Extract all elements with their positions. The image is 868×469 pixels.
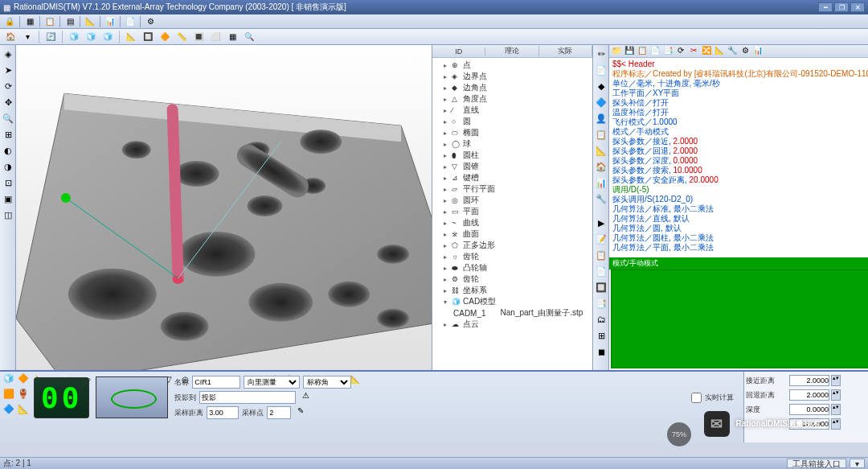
- stepper[interactable]: ▴▾: [831, 418, 841, 430]
- tool-icon[interactable]: 🔳: [191, 31, 206, 43]
- ltool-icon[interactable]: ◑: [1, 159, 15, 174]
- btool-icon[interactable]: 🔷: [2, 404, 16, 418]
- dropdown-icon[interactable]: ▾: [20, 31, 35, 43]
- close-button[interactable]: ✕: [850, 2, 865, 12]
- 3d-viewport[interactable]: [16, 45, 432, 370]
- script-tool-icon[interactable]: 📑: [662, 46, 674, 57]
- tree-node[interactable]: ▸⬭椭圆: [434, 127, 591, 138]
- ltool-icon[interactable]: ⊡: [1, 175, 15, 190]
- tree-node[interactable]: ▸◈边界点: [434, 71, 591, 82]
- refresh-icon[interactable]: 🔄: [43, 31, 58, 43]
- menu-icon[interactable]: ▦: [23, 16, 36, 27]
- menu-icon[interactable]: 📋: [43, 16, 56, 27]
- stepper[interactable]: ▴▾: [831, 404, 841, 415]
- max-button[interactable]: ❐: [834, 2, 849, 12]
- feature-tree[interactable]: ▸⊕点▸◈边界点▸◆边角点▸△角度点▸∕直线▸○圆▸⬭椭圆▸◯球▸⬮圆柱▸▽圆锥…: [432, 58, 592, 370]
- rtool-icon[interactable]: ◆: [594, 79, 608, 93]
- script-tool-icon[interactable]: ✂: [688, 46, 699, 57]
- btool-icon[interactable]: 🏺: [16, 389, 31, 403]
- tree-node[interactable]: ▸※曲面: [434, 228, 591, 240]
- ref-select[interactable]: 标称角: [303, 376, 351, 389]
- script-tool-icon[interactable]: ⚙: [739, 46, 751, 57]
- tree-node[interactable]: ▸⬠正多边形: [434, 240, 591, 251]
- tree-node[interactable]: ▸⬮圆柱: [434, 150, 591, 161]
- mode-select[interactable]: 向里测量: [244, 376, 300, 389]
- rtool-icon[interactable]: ▶: [594, 216, 608, 230]
- rtool-icon[interactable]: ⊞: [594, 328, 608, 343]
- script-tool-icon[interactable]: 🔧: [727, 46, 738, 57]
- rtool-icon[interactable]: 🏠: [594, 159, 608, 174]
- param-input[interactable]: [789, 404, 829, 415]
- rtool-icon[interactable]: 📝: [594, 232, 608, 246]
- name-input[interactable]: [192, 376, 240, 389]
- rtool-icon[interactable]: 🔷: [594, 95, 608, 109]
- script-tool-icon[interactable]: 💾: [624, 46, 635, 57]
- tool-icon[interactable]: 🧊: [67, 31, 81, 43]
- tree-node[interactable]: ▸▽圆锥: [434, 161, 591, 172]
- menu-icon[interactable]: 📄: [124, 16, 137, 27]
- rtool-icon[interactable]: 🔲: [594, 280, 608, 294]
- rtool-icon[interactable]: 📋: [594, 248, 608, 262]
- tree-cad-item[interactable]: CADM_1Nan_part_由测量子.stp: [434, 307, 591, 319]
- tree-node[interactable]: ▸⚙齿轮: [434, 274, 591, 285]
- timer-checkbox[interactable]: [691, 393, 702, 403]
- tree-node[interactable]: ▸⊕点: [434, 60, 591, 71]
- ltool-icon[interactable]: ▣: [1, 191, 15, 206]
- script-tool-icon[interactable]: 📄: [649, 46, 661, 57]
- tree-node[interactable]: ▸∕直线: [434, 105, 591, 116]
- script-tool-icon[interactable]: ⟳: [675, 46, 686, 57]
- tree-node-cad[interactable]: ▾🧊CAD模型: [434, 296, 591, 307]
- script-tool-icon[interactable]: 📊: [752, 46, 764, 57]
- tree-node[interactable]: ▸~曲线: [434, 217, 591, 228]
- proj-input[interactable]: [199, 391, 296, 404]
- btool-icon[interactable]: 🔶: [16, 373, 31, 388]
- tree-node[interactable]: ▸◯球: [434, 138, 591, 150]
- menu-icon[interactable]: ⚙: [144, 16, 157, 27]
- script-tool-icon[interactable]: 📋: [637, 46, 648, 57]
- tool-icon[interactable]: 🔍: [242, 31, 256, 43]
- btool-icon[interactable]: 🧊: [2, 373, 16, 388]
- stepper[interactable]: ▴▾: [831, 375, 841, 386]
- tree-node[interactable]: ▸△角度点: [434, 93, 591, 105]
- tree-node[interactable]: ▸▭平面: [434, 206, 591, 217]
- tool-icon[interactable]: ⬜: [208, 31, 223, 43]
- menu-icon[interactable]: 📊: [104, 16, 117, 27]
- tree-node[interactable]: ▸☼齿轮: [434, 251, 591, 262]
- ltool-icon[interactable]: 🔍: [1, 111, 15, 125]
- pts-input[interactable]: [267, 406, 291, 419]
- rtool-icon[interactable]: ✏: [594, 47, 608, 61]
- rtool-icon[interactable]: 📄: [594, 264, 608, 278]
- param-input[interactable]: [789, 375, 829, 386]
- rtool-icon[interactable]: 📑: [594, 296, 608, 311]
- ltool-icon[interactable]: ⊞: [1, 127, 15, 142]
- btool-icon[interactable]: 📐: [16, 404, 31, 418]
- tree-node[interactable]: ▸○圆: [434, 116, 591, 127]
- param-input[interactable]: [789, 418, 829, 430]
- tree-node[interactable]: ▸⊿键槽: [434, 172, 591, 183]
- script-text[interactable]: $$< Header 程序标志／Created by [睿科瑞讯科技(北京)有限…: [609, 58, 868, 254]
- ltool-icon[interactable]: ◐: [1, 143, 15, 158]
- menu-icon[interactable]: 🔒: [3, 16, 16, 27]
- ltool-icon[interactable]: ◫: [1, 208, 15, 222]
- edit-icon[interactable]: ✎: [294, 406, 307, 419]
- tree-node[interactable]: ▸◎圆环: [434, 195, 591, 206]
- rtool-icon[interactable]: 📄: [594, 63, 608, 77]
- tree-node[interactable]: ▸⬬凸轮轴: [434, 262, 591, 274]
- rtool-icon[interactable]: 📋: [594, 127, 608, 142]
- tool-icon[interactable]: ▦: [225, 31, 240, 43]
- tree-node[interactable]: ▸☁点云: [434, 319, 591, 330]
- ltool-icon[interactable]: ⟳: [1, 79, 15, 93]
- menu-icon[interactable]: ▤: [63, 16, 76, 27]
- dist-input[interactable]: [207, 406, 239, 419]
- param-input[interactable]: [789, 389, 829, 401]
- btool-icon[interactable]: 🟧: [2, 389, 16, 403]
- tool-icon[interactable]: 📏: [174, 31, 189, 43]
- script-tool-icon[interactable]: 📁: [611, 46, 622, 57]
- tool-icon[interactable]: 🔶: [158, 31, 172, 43]
- home-icon[interactable]: 🏠: [3, 31, 18, 43]
- rtool-icon[interactable]: 📐: [594, 143, 608, 158]
- rtool-icon[interactable]: ◼: [594, 344, 608, 359]
- tree-node[interactable]: ▸⛓坐标系: [434, 285, 591, 296]
- rtool-icon[interactable]: 👤: [594, 111, 608, 125]
- min-button[interactable]: ━: [818, 2, 833, 12]
